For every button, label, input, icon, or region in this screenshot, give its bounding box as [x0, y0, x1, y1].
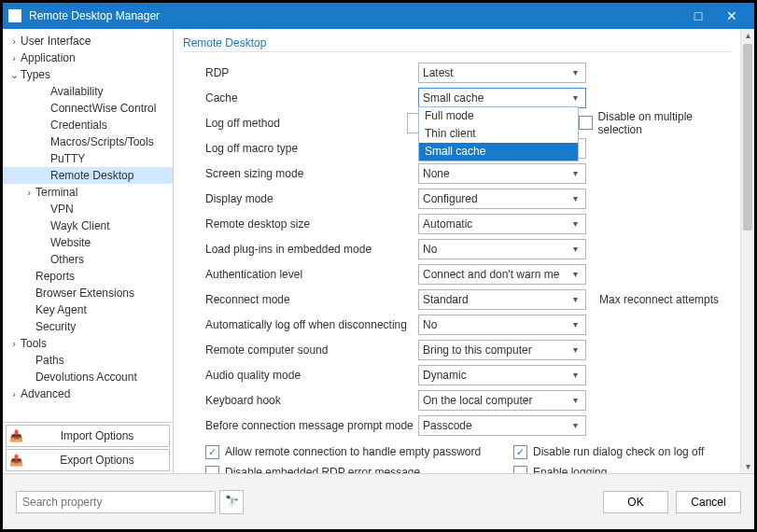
- checkbox[interactable]: [513, 466, 527, 474]
- aux-max-reconnect: Max reconnect attempts: [599, 293, 719, 306]
- nav-item-putty[interactable]: PuTTY: [3, 150, 173, 167]
- setting-select[interactable]: Latest▾: [418, 63, 586, 83]
- setting-label: Display mode: [205, 192, 418, 205]
- import-options-button[interactable]: 📥 Import Options: [6, 425, 170, 447]
- checkbox[interactable]: ✓: [513, 445, 527, 459]
- checkbox[interactable]: [579, 116, 592, 130]
- sidebar: ›User Interface›Application⌄TypesAvailab…: [3, 29, 174, 473]
- nav-item-label: Paths: [35, 354, 167, 367]
- setting-label: Cache: [205, 91, 418, 105]
- checkbox-row: Enable logging: [513, 462, 732, 473]
- search-icon[interactable]: 🔭: [219, 490, 244, 514]
- nav-item-label: Types: [21, 68, 167, 81]
- import-icon: 📥: [7, 429, 25, 442]
- setting-row: Audio quality modeDynamic▾: [205, 362, 732, 387]
- nav-item-wayk-client[interactable]: Wayk Client: [3, 217, 173, 234]
- nav-item-connectwise-control[interactable]: ConnectWise Control: [3, 100, 173, 117]
- checkbox-row: Disable embedded RDP error message: [205, 462, 513, 473]
- nav-item-key-agent[interactable]: Key Agent: [3, 301, 173, 318]
- nav-item-devolutions-account[interactable]: Devolutions Account: [3, 369, 173, 385]
- nav-item-paths[interactable]: Paths: [3, 352, 173, 369]
- export-options-button[interactable]: 📤 Export Options: [6, 449, 170, 471]
- nav-item-credentials[interactable]: Credentials: [3, 117, 173, 133]
- nav-item-others[interactable]: Others: [3, 251, 173, 268]
- nav-item-tools[interactable]: ›Tools: [3, 335, 173, 352]
- nav-item-remote-desktop[interactable]: Remote Desktop: [3, 167, 173, 184]
- search-input[interactable]: [16, 491, 216, 513]
- aux-disable-multi: Disable on multiple selection: [579, 110, 732, 136]
- expand-icon: ›: [8, 35, 20, 47]
- nav-item-label: Security: [35, 320, 167, 333]
- nav-item-website[interactable]: Website: [3, 234, 173, 251]
- nav-tree: ›User Interface›Application⌄TypesAvailab…: [3, 29, 173, 422]
- setting-select[interactable]: Standard▾: [418, 289, 586, 310]
- nav-item-application[interactable]: ›Application: [3, 49, 173, 66]
- checkbox[interactable]: ✓: [205, 445, 219, 459]
- nav-item-macros-scripts-tools[interactable]: Macros/Scripts/Tools: [3, 133, 173, 150]
- setting-row: Automatically log off when disconnecting…: [205, 312, 732, 337]
- checkbox-label: Allow remote connection to handle empty …: [225, 445, 481, 458]
- setting-label: Load plug-ins in embedded mode: [205, 243, 418, 256]
- nav-item-label: Availability: [50, 85, 167, 98]
- nav-item-types[interactable]: ⌄Types: [3, 66, 173, 83]
- window-maximize-button[interactable]: □: [681, 3, 715, 29]
- chevron-down-icon: ▾: [568, 370, 582, 380]
- scroll-up-arrow[interactable]: ▴: [741, 29, 754, 42]
- chevron-down-icon: ▾: [568, 67, 582, 77]
- nav-item-advanced[interactable]: ›Advanced: [3, 385, 173, 402]
- chevron-down-icon: ▾: [568, 319, 582, 329]
- nav-item-reports[interactable]: Reports: [3, 268, 173, 285]
- setting-label: Keyboard hook: [205, 394, 418, 407]
- setting-select[interactable]: No▾: [418, 315, 586, 335]
- nav-item-label: Key Agent: [35, 303, 167, 316]
- chevron-down-icon: ▾: [568, 420, 582, 430]
- setting-select[interactable]: No▾: [418, 239, 586, 259]
- chevron-down-icon: ▾: [568, 294, 582, 304]
- section-divider: [183, 51, 732, 52]
- setting-row: CacheSmall cache▾Full modeThin clientSma…: [205, 85, 732, 110]
- checkbox[interactable]: [205, 466, 219, 474]
- setting-select[interactable]: Automatic▾: [418, 214, 586, 234]
- section-title: Remote Desktop: [183, 36, 732, 49]
- setting-select[interactable]: Dynamic▾: [418, 365, 586, 385]
- content-panel: Remote Desktop RDPLatest▾CacheSmall cach…: [174, 29, 741, 473]
- setting-label: Before connection message prompt mode: [205, 419, 418, 432]
- dropdown-option[interactable]: Small cache: [419, 143, 578, 161]
- setting-select[interactable]: Small cache▾Full modeThin clientSmall ca…: [418, 88, 586, 108]
- setting-select[interactable]: None▾: [418, 163, 586, 184]
- nav-item-label: Remote Desktop: [50, 169, 167, 182]
- nav-item-label: Reports: [35, 270, 167, 283]
- dropdown-option[interactable]: Full mode: [419, 107, 578, 125]
- expand-icon: ›: [8, 338, 20, 349]
- setting-select[interactable]: On the local computer▾: [418, 390, 586, 411]
- scroll-down-arrow[interactable]: ▾: [741, 460, 754, 473]
- nav-item-vpn[interactable]: VPN: [3, 201, 173, 217]
- ok-button[interactable]: OK: [603, 491, 668, 513]
- nav-item-security[interactable]: Security: [3, 318, 173, 335]
- setting-row: Display modeConfigured▾: [205, 186, 732, 211]
- setting-select[interactable]: Bring to this computer▾: [418, 340, 586, 360]
- setting-label: Audio quality mode: [205, 369, 418, 382]
- import-label: Import Options: [25, 429, 169, 442]
- setting-row: Keyboard hookOn the local computer▾: [205, 387, 732, 413]
- nav-item-availability[interactable]: Availability: [3, 83, 173, 100]
- scroll-thumb[interactable]: [743, 44, 752, 231]
- setting-select[interactable]: Configured▾: [418, 189, 586, 209]
- nav-item-user-interface[interactable]: ›User Interface: [3, 33, 173, 49]
- cancel-button[interactable]: Cancel: [676, 491, 741, 513]
- setting-select[interactable]: Connect and don't warn me▾: [418, 264, 586, 285]
- checkbox-label: Enable logging: [533, 466, 607, 473]
- setting-select[interactable]: Passcode▾: [418, 415, 586, 436]
- chevron-down-icon: ▾: [568, 92, 582, 103]
- titlebar: Remote Desktop Manager □ ✕: [3, 3, 754, 29]
- dropdown-option[interactable]: Thin client: [419, 125, 578, 143]
- window-close-button[interactable]: ✕: [715, 3, 749, 29]
- expand-icon: ⌄: [8, 69, 20, 81]
- nav-item-terminal[interactable]: ›Terminal: [3, 184, 173, 201]
- select-value: Passcode: [423, 419, 568, 432]
- chevron-down-icon: ▾: [568, 244, 582, 254]
- vertical-scrollbar[interactable]: ▴ ▾: [740, 29, 754, 473]
- nav-item-label: Others: [50, 253, 167, 266]
- setting-row: Remote computer soundBring to this compu…: [205, 337, 732, 362]
- nav-item-browser-extensions[interactable]: Browser Extensions: [3, 285, 173, 301]
